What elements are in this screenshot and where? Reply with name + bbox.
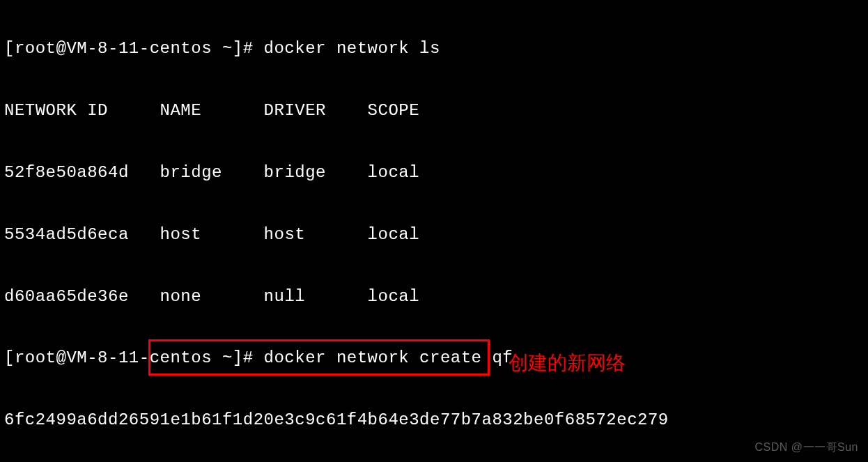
command-text: docker network create qf [264, 348, 513, 367]
table-row: 52f8e50a864d bridge bridge local [4, 157, 864, 188]
terminal-output[interactable]: [root@VM-8-11-centos ~]# docker network … [4, 3, 864, 462]
table-header: NETWORK ID NAME DRIVER SCOPE [4, 95, 864, 126]
watermark-text: CSDN @一一哥Sun [755, 437, 859, 458]
table-row: 5534ad5d6eca host host local [4, 220, 864, 250]
shell-prompt: [root@VM-8-11-centos ~]# [4, 348, 264, 367]
command-text: docker network ls [264, 39, 440, 58]
prompt-line-2: [root@VM-8-11-centos ~]# docker network … [4, 343, 864, 374]
prompt-line-1: [root@VM-8-11-centos ~]# docker network … [4, 33, 864, 64]
shell-prompt: [root@VM-8-11-centos ~]# [4, 39, 264, 58]
annotation-label: 创建的新网络 [509, 345, 626, 381]
command-output: 6fc2499a6dd26591e1b61f1d20e3c9c61f4b64e3… [4, 405, 864, 436]
table-row: d60aa65de36e none null local [4, 282, 864, 312]
